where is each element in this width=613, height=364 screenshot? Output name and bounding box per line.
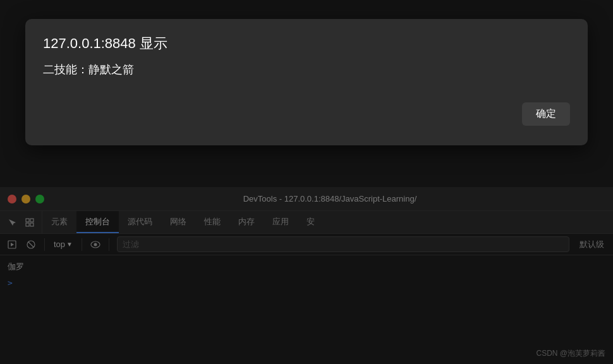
- alert-dialog: 127.0.0.1:8848 显示 二技能：静默之箭 确定: [25, 19, 588, 145]
- alert-title: 127.0.0.1:8848 显示: [43, 34, 570, 53]
- alert-confirm-button[interactable]: 确定: [522, 102, 570, 126]
- alert-message: 二技能：静默之箭: [43, 62, 570, 77]
